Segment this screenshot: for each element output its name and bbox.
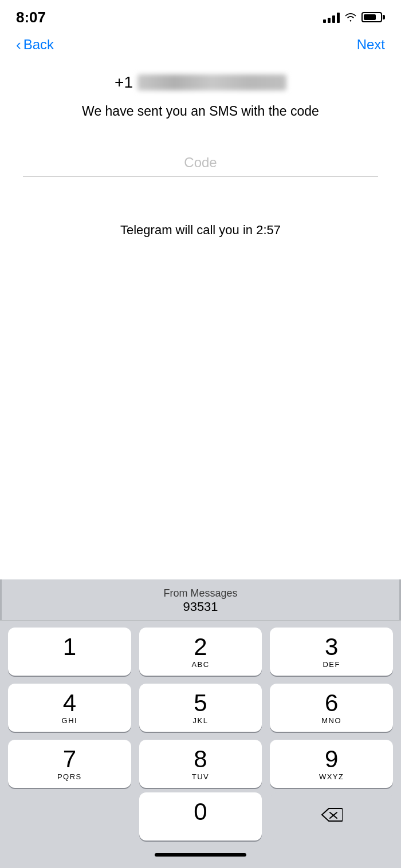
key-delete[interactable] — [270, 792, 393, 841]
key-2[interactable]: 2 ABC — [139, 628, 262, 676]
key-4[interactable]: 4 GHI — [8, 684, 131, 732]
code-input[interactable] — [23, 155, 378, 177]
back-button[interactable]: ‹ Back — [16, 37, 54, 53]
battery-icon — [361, 12, 385, 22]
phone-number-display: +1 — [23, 73, 378, 92]
delete-icon — [321, 807, 343, 826]
call-notice: Telegram will call you in 2:57 — [0, 211, 401, 249]
phone-blurred-number — [137, 74, 286, 90]
status-icons — [323, 11, 385, 23]
keyboard-suggestion-bar[interactable]: From Messages 93531 — [0, 579, 401, 621]
navigation-bar: ‹ Back Next — [0, 31, 401, 62]
key-1[interactable]: 1 — [8, 628, 131, 676]
signal-bars-icon — [323, 11, 340, 23]
wifi-icon — [344, 13, 357, 22]
status-time: 8:07 — [16, 9, 46, 26]
keyboard-grid: 1 2 ABC 3 DEF 4 GHI 5 JKL 6 MNO 7 PQRS — [0, 621, 401, 792]
main-content: +1 We have sent you an SMS with the code — [0, 62, 401, 120]
code-input-container — [23, 155, 378, 177]
key-6[interactable]: 6 MNO — [270, 684, 393, 732]
sms-description: We have sent you an SMS with the code — [23, 102, 378, 120]
chevron-left-icon: ‹ — [16, 37, 21, 52]
key-7[interactable]: 7 PQRS — [8, 740, 131, 788]
key-9[interactable]: 9 WXYZ — [270, 740, 393, 788]
key-empty — [8, 792, 131, 841]
key-3[interactable]: 3 DEF — [270, 628, 393, 676]
back-label: Back — [23, 37, 54, 53]
key-0[interactable]: 0 — [139, 792, 262, 841]
key-8[interactable]: 8 TUV — [139, 740, 262, 788]
phone-prefix: +1 — [115, 73, 133, 92]
home-bar — [155, 853, 246, 857]
next-button[interactable]: Next — [357, 37, 385, 53]
home-indicator — [0, 847, 401, 868]
key-5[interactable]: 5 JKL — [139, 684, 262, 732]
suggestion-code-value: 93531 — [11, 599, 390, 614]
status-bar: 8:07 — [0, 0, 401, 31]
keyboard-bottom-row: 0 — [0, 792, 401, 847]
keyboard-area: From Messages 93531 1 2 ABC 3 DEF 4 GHI … — [0, 579, 401, 868]
suggestion-from-label: From Messages — [11, 587, 390, 599]
